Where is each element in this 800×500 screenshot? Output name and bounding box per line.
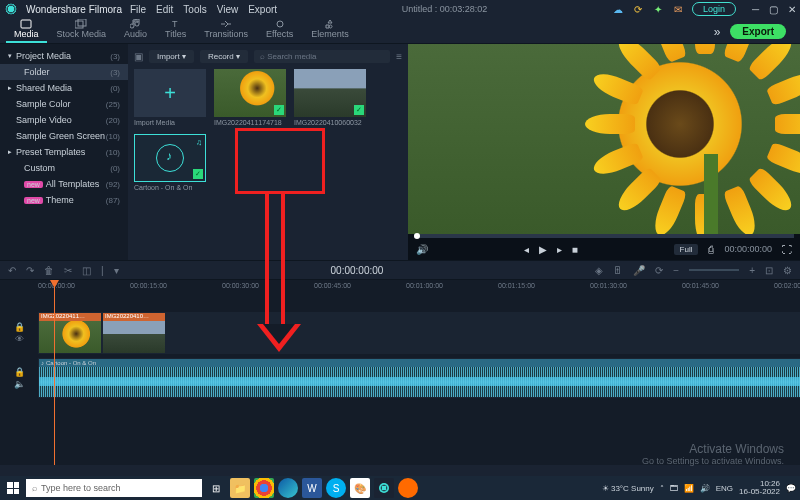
taskbar-search[interactable]: ⌕Type here to search — [26, 479, 202, 497]
marker-icon[interactable]: ◈ — [595, 265, 603, 276]
sidebar-item[interactable]: newAll Templates(92) — [0, 176, 128, 192]
volume-icon[interactable]: 🔊 — [416, 244, 428, 255]
app-title: Wondershare Filmora — [26, 4, 122, 15]
redo-icon[interactable]: ↷ — [26, 265, 34, 276]
task-view-icon[interactable]: ⊞ — [206, 478, 226, 498]
message-icon[interactable]: ✉ — [672, 3, 684, 15]
word-icon[interactable]: W — [302, 478, 322, 498]
sound-icon[interactable]: 🔊 — [700, 484, 710, 493]
tab-titles[interactable]: TTitles — [157, 17, 194, 43]
mute-icon[interactable]: 🔈 — [14, 379, 25, 389]
sparkle-icon[interactable]: ✦ — [652, 3, 664, 15]
menu-edit[interactable]: Edit — [156, 4, 173, 15]
stop-icon[interactable]: ■ — [572, 244, 578, 255]
tab-media[interactable]: Media — [6, 17, 47, 43]
tab-effects[interactable]: Effects — [258, 17, 301, 43]
import-dropdown[interactable]: Import ▾ — [149, 50, 194, 63]
snapshot-icon[interactable]: ⎙ — [708, 244, 714, 255]
ruler-tick: 00:01:00:00 — [406, 282, 443, 289]
sidebar-item[interactable]: ▸Shared Media(0) — [0, 80, 128, 96]
preview-video[interactable] — [408, 44, 800, 234]
weather-widget[interactable]: ☀ 33°C Sunny — [602, 484, 654, 493]
menu-export[interactable]: Export — [248, 4, 277, 15]
cut-icon[interactable]: ✂ — [64, 265, 72, 276]
record-dropdown[interactable]: Record ▾ — [200, 50, 248, 63]
new-folder-icon[interactable]: ▣ — [134, 51, 143, 62]
video-track-controls[interactable]: 🔒👁 — [0, 312, 38, 354]
skype-icon[interactable]: S — [326, 478, 346, 498]
media-thumbnail[interactable]: ✓IMG20220410060032 — [294, 69, 366, 126]
eye-icon[interactable]: 👁 — [15, 334, 24, 344]
sidebar-item[interactable]: Custom(0) — [0, 160, 128, 176]
battery-icon[interactable]: 🗔 — [670, 484, 678, 493]
next-frame-icon[interactable]: ▸ — [557, 244, 562, 255]
menu-file[interactable]: File — [130, 4, 146, 15]
clock-date[interactable]: 16-05-2022 — [739, 488, 780, 496]
undo-icon[interactable]: ↶ — [8, 265, 16, 276]
paint-icon[interactable]: 🎨 — [350, 478, 370, 498]
sidebar-item[interactable]: ▸Preset Templates(10) — [0, 144, 128, 160]
play-icon[interactable]: ▶ — [539, 244, 547, 255]
maximize-icon[interactable]: ▢ — [769, 4, 778, 15]
zoom-slider[interactable] — [689, 269, 739, 271]
render-icon[interactable]: ⟳ — [655, 265, 663, 276]
sidebar-item[interactable]: Folder(3) — [0, 64, 128, 80]
explorer-icon[interactable]: 📁 — [230, 478, 250, 498]
video-track[interactable]: IMG20220411…IMG20220410… — [38, 312, 800, 354]
preview-quality[interactable]: Full — [674, 244, 699, 255]
prev-frame-icon[interactable]: ◂ — [524, 244, 529, 255]
login-button[interactable]: Login — [692, 2, 736, 16]
sidebar-item[interactable]: Sample Video(20) — [0, 112, 128, 128]
wifi-icon[interactable]: 📶 — [684, 484, 694, 493]
sidebar-item[interactable]: Sample Green Screen(10) — [0, 128, 128, 144]
media-thumbnail[interactable]: +Import Media — [134, 69, 206, 126]
video-clip[interactable]: IMG20220411… — [39, 313, 101, 353]
fullscreen-icon[interactable]: ⛶ — [782, 244, 792, 255]
sort-icon[interactable]: ≡ — [396, 51, 402, 62]
crop-icon[interactable]: ◫ — [82, 265, 91, 276]
zoom-out-icon[interactable]: − — [673, 265, 679, 276]
lock-icon[interactable]: 🔒 — [14, 322, 25, 332]
media-search-input[interactable]: ⌕ Search media — [254, 50, 390, 63]
media-thumbnail[interactable]: ✓♫Cartoon - On & On — [134, 134, 206, 191]
filmora-icon[interactable] — [374, 478, 394, 498]
video-clip[interactable]: IMG20220410… — [103, 313, 165, 353]
tab-audio[interactable]: Audio — [116, 17, 155, 43]
timeline-settings-icon[interactable]: ⚙ — [783, 265, 792, 276]
notifications-icon[interactable]: 💬 — [786, 484, 796, 493]
record-vo-icon[interactable]: 🎤 — [633, 265, 645, 276]
audio-clip[interactable]: ♪Cartoon - On & On — [39, 359, 800, 397]
close-icon[interactable]: ✕ — [788, 4, 796, 15]
minimize-icon[interactable]: ─ — [752, 4, 759, 15]
tab-stock-media[interactable]: Stock Media — [49, 17, 115, 43]
edge-icon[interactable] — [278, 478, 298, 498]
playhead[interactable] — [54, 280, 55, 465]
timeline-ruler[interactable]: 00:00:00:0000:00:15:0000:00:30:0000:00:4… — [38, 280, 800, 296]
tabs-more-icon[interactable]: » — [714, 25, 721, 39]
start-button[interactable] — [4, 479, 22, 497]
tab-elements[interactable]: Elements — [303, 17, 357, 43]
mixer-icon[interactable]: 🎚 — [613, 265, 623, 276]
edit-dropdown-icon[interactable]: ▾ — [114, 265, 119, 276]
export-button[interactable]: Export — [730, 24, 786, 39]
preview-progress[interactable] — [414, 234, 794, 238]
tab-transitions[interactable]: Transitions — [196, 17, 256, 43]
lock-icon[interactable]: 🔒 — [14, 367, 25, 377]
audio-track[interactable]: ♪Cartoon - On & On — [38, 358, 800, 398]
language-indicator[interactable]: ENG — [716, 484, 733, 493]
tray-expand-icon[interactable]: ˄ — [660, 484, 664, 493]
menu-view[interactable]: View — [217, 4, 239, 15]
refresh-icon[interactable]: ⟳ — [632, 3, 644, 15]
sidebar-item[interactable]: newTheme(87) — [0, 192, 128, 208]
chrome-icon[interactable] — [254, 478, 274, 498]
delete-icon[interactable]: 🗑 — [44, 265, 54, 276]
zoom-in-icon[interactable]: + — [749, 265, 755, 276]
audio-track-controls[interactable]: 🔒🔈 — [0, 358, 38, 398]
sidebar-item[interactable]: Sample Color(25) — [0, 96, 128, 112]
menu-tools[interactable]: Tools — [183, 4, 206, 15]
cloud-icon[interactable]: ☁ — [612, 3, 624, 15]
browser-icon[interactable] — [398, 478, 418, 498]
zoom-fit-icon[interactable]: ⊡ — [765, 265, 773, 276]
media-thumbnail[interactable]: ✓IMG20220411174718 — [214, 69, 286, 126]
sidebar-item[interactable]: ▾Project Media(3) — [0, 48, 128, 64]
